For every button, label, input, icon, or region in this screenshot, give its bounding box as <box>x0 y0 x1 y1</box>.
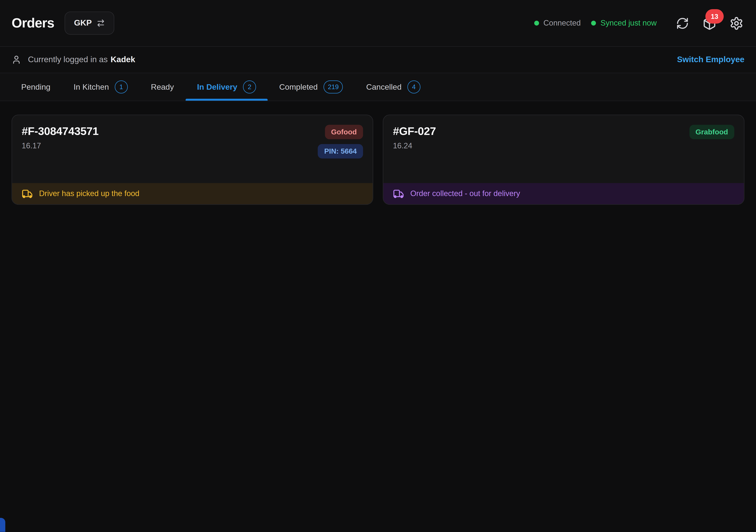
order-status-tabs: Pending In Kitchen 1 Ready In Delivery 2… <box>0 73 756 101</box>
tab-label: In Delivery <box>197 83 237 91</box>
order-card-head: #GF-027 16.24 Grabfood <box>383 115 744 150</box>
channel-badge: Gofood <box>325 125 363 139</box>
logged-in-user-name: Kadek <box>111 55 135 65</box>
order-id: #GF-027 <box>393 125 436 138</box>
delivery-truck-icon <box>393 188 404 199</box>
order-time: 16.24 <box>393 141 436 150</box>
tab-label: In Kitchen <box>73 83 109 91</box>
gear-icon <box>729 16 743 30</box>
order-card[interactable]: #F-3084743571 16.17 Gofood PIN: 5664 Dri… <box>12 115 373 205</box>
refresh-icon <box>676 16 689 30</box>
delivery-truck-icon <box>22 188 33 199</box>
orders-page: Orders GKP Connected Synced just now <box>0 0 756 532</box>
tab-in-delivery[interactable]: In Delivery 2 <box>185 73 268 101</box>
sync-status: Synced just now <box>591 19 657 28</box>
order-card-head: #F-3084743571 16.17 Gofood PIN: 5664 <box>12 115 373 159</box>
page-title: Orders <box>12 15 54 31</box>
status-text: Order collected - out for delivery <box>410 190 520 198</box>
sync-status-label: Synced just now <box>601 19 657 28</box>
tab-label: Ready <box>151 83 174 91</box>
order-card[interactable]: #GF-027 16.24 Grabfood Order collected -… <box>383 115 744 205</box>
order-time: 16.17 <box>22 141 98 150</box>
tab-label: Cancelled <box>366 83 402 91</box>
tab-count-badge: 1 <box>115 81 128 93</box>
pin-badge: PIN: 5664 <box>318 144 363 159</box>
logged-in-bar: Currently logged in as Kadek Switch Empl… <box>0 46 756 73</box>
order-badges: Gofood PIN: 5664 <box>318 125 363 158</box>
order-card-titles: #GF-027 16.24 <box>393 125 436 150</box>
bottom-left-accent-bar <box>0 518 5 532</box>
refresh-button[interactable] <box>674 15 690 31</box>
tab-in-kitchen[interactable]: In Kitchen 1 <box>62 73 140 101</box>
top-header: Orders GKP Connected Synced just now <box>0 0 756 46</box>
channel-badge: Grabfood <box>689 125 734 139</box>
order-id: #F-3084743571 <box>22 125 98 138</box>
header-status-group: Connected Synced just now 13 <box>534 15 744 31</box>
outlet-code: GKP <box>74 18 92 28</box>
logged-in-prefix: Currently logged in as <box>28 55 108 65</box>
orders-content: #F-3084743571 16.17 Gofood PIN: 5664 Dri… <box>0 101 756 218</box>
order-card-titles: #F-3084743571 16.17 <box>22 125 98 158</box>
orders-grid: #F-3084743571 16.17 Gofood PIN: 5664 Dri… <box>12 115 744 205</box>
settings-button[interactable] <box>728 15 744 31</box>
notification-count-badge: 13 <box>705 9 724 24</box>
orders-inbox-button[interactable]: 13 <box>701 15 717 31</box>
swap-arrows-icon <box>96 19 105 28</box>
connected-dot-icon <box>534 21 539 26</box>
status-text: Driver has picked up the food <box>39 190 140 198</box>
connection-status-label: Connected <box>543 19 581 28</box>
tab-cancelled[interactable]: Cancelled 4 <box>355 73 432 101</box>
tab-completed[interactable]: Completed 219 <box>268 73 355 101</box>
status-bar: Driver has picked up the food <box>12 183 373 204</box>
connection-status: Connected <box>534 19 581 28</box>
tab-count-badge: 4 <box>407 81 420 93</box>
tab-ready[interactable]: Ready <box>139 73 185 101</box>
switch-employee-link[interactable]: Switch Employee <box>677 55 744 65</box>
tab-count-badge: 219 <box>324 81 343 93</box>
status-bar: Order collected - out for delivery <box>383 183 744 204</box>
synced-dot-icon <box>591 21 596 26</box>
user-icon <box>12 55 21 65</box>
tab-label: Completed <box>279 83 318 91</box>
tab-label: Pending <box>21 83 50 91</box>
order-badges: Grabfood <box>689 125 734 150</box>
tab-pending[interactable]: Pending <box>10 73 62 101</box>
tab-count-badge: 2 <box>243 81 256 93</box>
outlet-switcher-button[interactable]: GKP <box>65 12 115 35</box>
